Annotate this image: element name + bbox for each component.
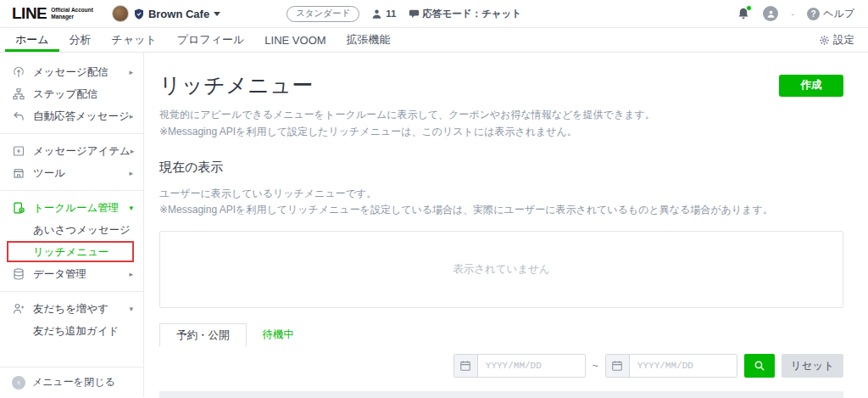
talk-room-icon xyxy=(12,201,25,215)
reply-icon xyxy=(12,109,25,123)
current-display-description: ユーザーに表示しているリッチメニューです。 ※Messaging APIを利用し… xyxy=(159,186,843,220)
help-icon: ? xyxy=(807,8,820,20)
current-display-line2: ※Messaging APIを利用してリッチメニューを設定している場合は、実際に… xyxy=(159,202,843,219)
page-description-line2: ※Messaging APIを利用して設定したリッチメニューは、このリストには表… xyxy=(159,124,843,141)
submenu-arrow-icon: ▸ xyxy=(131,147,135,155)
range-separator: ~ xyxy=(593,360,598,372)
current-display-line1: ユーザーに表示しているリッチメニューです。 xyxy=(159,186,843,203)
search-icon xyxy=(754,360,765,372)
chevron-down-icon: ▾ xyxy=(129,305,133,313)
sidebar-item-message-items[interactable]: メッセージアイテム▸ xyxy=(0,140,143,162)
account-name: Brown Cafe xyxy=(148,8,209,20)
sidebar-divider xyxy=(0,133,143,134)
chat-bubble-icon xyxy=(409,8,420,20)
sidebar-item-add-friend-guide[interactable]: 友だち追加ガイド xyxy=(0,320,143,342)
sidebar-item-message-broadcast[interactable]: メッセージ配信▸ xyxy=(0,61,143,83)
list-tabs: 予約・公開 待機中 xyxy=(159,323,843,346)
sidebar-divider xyxy=(0,291,143,292)
table-header-row: 画像 タイトル アクション 表示期間 xyxy=(159,391,843,398)
response-mode-label: 応答モード：チャット xyxy=(423,8,522,20)
sidebar-item-greeting-message[interactable]: あいさつメッセージ xyxy=(0,219,143,241)
gear-icon xyxy=(819,35,830,46)
sidebar-item-talk-room[interactable]: トークルーム管理▾ xyxy=(0,197,143,219)
message-item-icon xyxy=(12,144,25,158)
empty-state-text: 表示されていません xyxy=(453,262,550,277)
settings-label: 設定 xyxy=(833,33,854,48)
account-switcher[interactable]: Brown Cafe xyxy=(112,5,220,22)
current-display-empty-state: 表示されていません xyxy=(159,231,843,308)
main-content: リッチメニュー 作成 視覚的にアピールできるメニューをトークルームに表示して、ク… xyxy=(144,53,868,397)
tab-analytics[interactable]: 分析 xyxy=(59,28,102,52)
settings-button[interactable]: 設定 xyxy=(819,28,854,52)
database-icon xyxy=(12,267,25,281)
response-mode[interactable]: 応答モード：チャット xyxy=(409,8,522,20)
account-avatar xyxy=(112,5,129,22)
storefront-icon xyxy=(12,166,25,180)
search-button[interactable] xyxy=(744,354,775,378)
date-to-input[interactable] xyxy=(630,355,737,377)
chevron-down-icon: ▾ xyxy=(129,204,133,212)
verified-badge-icon xyxy=(134,8,144,20)
line-logo[interactable]: LINE Official AccountManager xyxy=(12,4,93,23)
help-button[interactable]: ? ヘルプ xyxy=(807,7,854,21)
page-description: 視覚的にアピールできるメニューをトークルームに表示して、クーポンやお得な情報など… xyxy=(159,107,843,141)
sidebar-item-auto-response[interactable]: 自動応答メッセージ▸ xyxy=(0,105,143,127)
page-description-line1: 視覚的にアピールできるメニューをトークルームに表示して、クーポンやお得な情報など… xyxy=(159,107,843,124)
sidebar-item-data-management[interactable]: データ管理▸ xyxy=(0,263,143,285)
help-label: ヘルプ xyxy=(823,7,854,21)
tab-scheduled-published[interactable]: 予約・公開 xyxy=(159,323,247,346)
sidebar-divider xyxy=(0,190,143,191)
reset-button[interactable]: リセット xyxy=(782,354,843,378)
calendar-icon[interactable] xyxy=(606,355,630,377)
collapse-menu-button[interactable]: ‹ メニューを閉じる xyxy=(0,367,143,397)
submenu-arrow-icon: ▸ xyxy=(130,112,134,121)
tab-extensions[interactable]: 拡張機能 xyxy=(337,28,401,52)
steps-icon xyxy=(12,87,25,101)
date-filter-row: ~ リセット xyxy=(159,354,843,378)
date-from-input[interactable] xyxy=(478,355,585,377)
user-icon xyxy=(766,9,776,19)
submenu-arrow-icon: ▸ xyxy=(129,270,133,278)
notification-dot xyxy=(746,5,752,11)
primary-nav: ホーム 分析 チャット プロフィール LINE VOOM 拡張機能 設定 xyxy=(0,28,868,53)
notifications-button[interactable] xyxy=(737,7,750,21)
header-dash: - xyxy=(791,8,794,19)
calendar-icon[interactable] xyxy=(454,355,478,377)
page-title: リッチメニュー xyxy=(159,71,314,99)
sidebar-item-gain-friends[interactable]: 友だちを増やす▾ xyxy=(0,298,143,320)
top-header: LINE Official AccountManager Brown Cafe … xyxy=(0,0,868,28)
collapse-label: メニューを閉じる xyxy=(32,375,115,390)
line-logo-subtext: Official AccountManager xyxy=(51,7,93,20)
user-menu-button[interactable] xyxy=(763,6,778,21)
submenu-arrow-icon: ▸ xyxy=(129,169,133,177)
tab-profile[interactable]: プロフィール xyxy=(167,28,255,52)
tab-waiting[interactable]: 待機中 xyxy=(247,323,311,346)
create-button[interactable]: 作成 xyxy=(779,75,843,97)
date-to-group xyxy=(605,354,737,378)
chevron-down-icon xyxy=(214,12,220,16)
collapse-icon: ‹ xyxy=(12,376,25,390)
tab-chat[interactable]: チャット xyxy=(102,28,167,52)
person-icon xyxy=(371,8,382,20)
plan-badge: スタンダード xyxy=(287,6,359,22)
sidebar: メッセージ配信▸ ステップ配信 自動応答メッセージ▸ メッセージアイテム▸ xyxy=(0,53,144,397)
friend-count-value: 11 xyxy=(386,8,396,19)
header-right-cluster: - ? ヘルプ xyxy=(737,6,854,21)
tab-home[interactable]: ホーム xyxy=(5,28,59,52)
sidebar-item-rich-menu[interactable]: リッチメニュー xyxy=(0,241,143,263)
add-friend-icon xyxy=(12,302,25,316)
current-display-title: 現在の表示 xyxy=(159,160,843,176)
sidebar-item-tools[interactable]: ツール▸ xyxy=(0,162,143,184)
friend-count: 11 xyxy=(371,8,396,20)
sidebar-item-step-broadcast[interactable]: ステップ配信 xyxy=(0,83,143,105)
date-from-group xyxy=(453,354,586,378)
broadcast-icon xyxy=(12,65,25,79)
tab-line-voom[interactable]: LINE VOOM xyxy=(254,28,336,52)
submenu-arrow-icon: ▸ xyxy=(129,68,133,76)
line-logo-text: LINE xyxy=(12,4,47,23)
